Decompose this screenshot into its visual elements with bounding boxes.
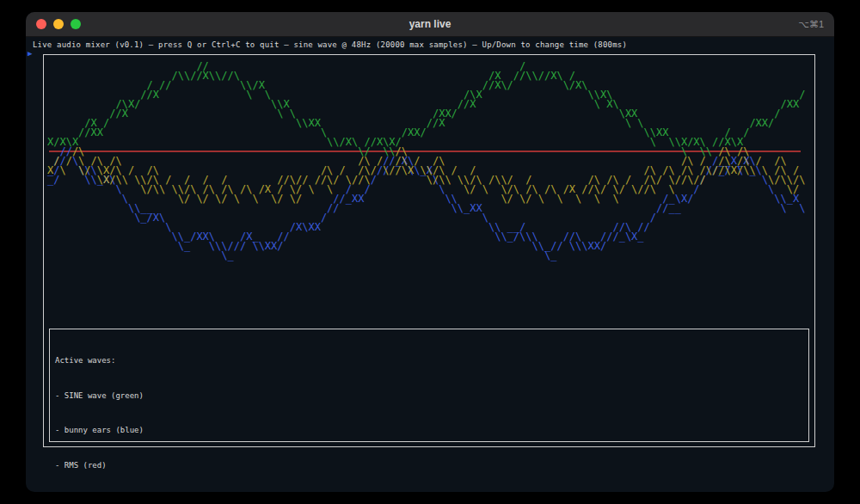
legend-item-sine: - SINE wave (green): [55, 390, 803, 403]
prompt-indicator-icon: ▶: [28, 50, 32, 58]
wave-layer-2: /\ /\ /\ /\ / / \ /\ /\ /\ / /\ / /\: [47, 62, 805, 261]
terminal-window: yarn live ⌥⌘1 Live audio mixer (v0.1) — …: [26, 12, 834, 492]
traffic-lights: [26, 19, 81, 29]
legend-panel: Active waves: - SINE wave (green) - bunn…: [49, 329, 809, 442]
legend-title: Active waves:: [55, 355, 803, 367]
terminal-content[interactable]: Live audio mixer (v0.1) — press Q or Ctr…: [26, 37, 834, 492]
desktop-background: yarn live ⌥⌘1 Live audio mixer (v0.1) — …: [0, 0, 860, 504]
window-title: yarn live: [26, 18, 834, 30]
waveform-display: // / /\\//X\\//\ /X //\\//X\ /: [47, 62, 811, 261]
status-line: Live audio mixer (v0.1) — press Q or Ctr…: [26, 37, 834, 49]
legend-item-bunny-ears: - bunny ears (blue): [55, 425, 803, 437]
waveform-panel: // / /\\//X\\//\ /X //\\//X\ /: [43, 54, 815, 447]
close-button[interactable]: [36, 19, 46, 29]
legend-item-rms: - RMS (red): [55, 460, 803, 472]
minimize-button[interactable]: [53, 19, 64, 29]
zoom-button[interactable]: [71, 19, 81, 29]
titlebar[interactable]: yarn live ⌥⌘1: [26, 12, 834, 37]
window-shortcut-hint: ⌥⌘1: [798, 12, 824, 37]
